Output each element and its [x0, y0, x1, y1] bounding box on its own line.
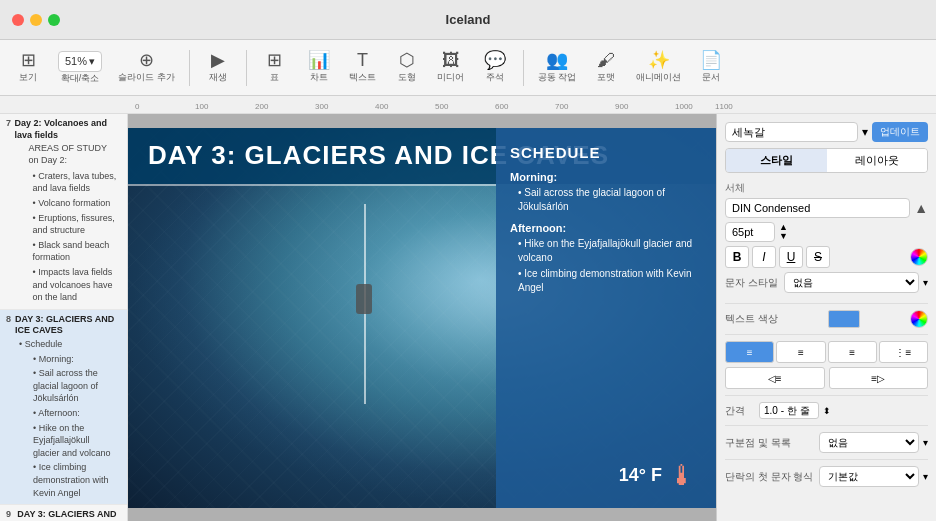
chart-icon: 📊 — [308, 51, 330, 69]
sidebar-item-8[interactable]: 8 DAY 3: GLACIERS AND ICE CAVES Schedule… — [0, 310, 127, 506]
first-char-select[interactable]: 기본값 — [819, 466, 919, 487]
text-color-swatch[interactable] — [828, 310, 860, 328]
format-label: 포맷 — [597, 71, 615, 84]
temperature-text: 14° F — [619, 465, 662, 486]
view-tool[interactable]: ⊞ 보기 — [8, 49, 48, 86]
item-7-num: 7 — [6, 118, 12, 128]
right-panel: 세녹갈 ▾ 업데이트 스타일 레이아웃 서체 ▲ ▲ ▼ — [716, 114, 936, 521]
animate-label: 애니메이션 — [636, 71, 681, 84]
font-name-arrow-up[interactable]: ▲ — [914, 200, 928, 216]
spacing-stepper[interactable]: ⬍ — [823, 406, 831, 416]
maximize-button[interactable] — [48, 14, 60, 26]
sidebar-item-9[interactable]: 9 DAY 3: GLACIERS AND ICE CAVES AREAS OF… — [0, 505, 127, 521]
text-color-picker[interactable] — [910, 248, 928, 266]
first-char-dropdown-arrow[interactable]: ▾ — [923, 471, 928, 482]
item-8-sub-6: Ice climbing demonstration with Kevin An… — [15, 460, 121, 500]
font-family-select[interactable]: 세녹갈 — [725, 122, 858, 142]
shape-label: 도형 — [398, 71, 416, 84]
font-size-input[interactable] — [725, 222, 775, 242]
format-tool[interactable]: 🖌 포맷 — [586, 49, 626, 86]
italic-button[interactable]: I — [752, 246, 776, 268]
window-title: Iceland — [446, 12, 491, 27]
list-dropdown-arrow[interactable]: ▾ — [923, 437, 928, 448]
font-name-row: ▲ — [725, 198, 928, 218]
zoom-value[interactable]: 51% ▾ — [58, 51, 102, 72]
underline-button[interactable]: U — [779, 246, 803, 268]
comment-tool[interactable]: 💬 주석 — [475, 49, 515, 86]
font-size-down[interactable]: ▼ — [779, 232, 788, 241]
item-7-sub-4: Black sand beach formation — [15, 238, 121, 265]
window-controls[interactable] — [12, 14, 60, 26]
zoom-label: 확대/축소 — [61, 72, 100, 85]
canvas-area[interactable]: DAY 3: GLACIERS AND ICE CAVES SCHEDULE M… — [128, 114, 716, 521]
schedule-title: SCHEDULE — [510, 144, 702, 161]
doc-tool[interactable]: 📄 문서 — [691, 49, 731, 86]
comment-icon: 💬 — [484, 51, 506, 69]
font-size-stepper[interactable]: ▲ ▼ — [779, 223, 788, 241]
format-buttons-row: B I U S — [725, 246, 928, 268]
tab-style[interactable]: 스타일 — [726, 149, 827, 172]
play-tool[interactable]: ▶ 재생 — [198, 49, 238, 86]
font-section: 서체 ▲ ▲ ▼ B I U S 문자 스타일 — [725, 181, 928, 293]
first-char-row: 단락의 첫 문자 형식 기본값 ▾ — [725, 466, 928, 487]
item-7-sub-5: Impacts lava fields and volcanoes have o… — [15, 265, 121, 305]
chart-tool[interactable]: 📊 차트 — [299, 49, 339, 86]
align-center-button[interactable]: ≡ — [776, 341, 825, 363]
collab-tool[interactable]: 👥 공동 작업 — [532, 49, 583, 86]
ruler: 0 100 200 300 400 500 600 700 900 1000 1… — [0, 96, 936, 114]
item-7-subtitle: AREAS OF STUDY on Day 2: — [15, 141, 121, 168]
sidebar-item-7[interactable]: 7 Day 2: Volcanoes and lava fields AREAS… — [0, 114, 127, 310]
media-tool[interactable]: 🖼 미디어 — [431, 49, 471, 86]
spacing-input[interactable] — [759, 402, 819, 419]
color-wheel[interactable] — [910, 310, 928, 328]
update-button[interactable]: 업데이트 — [872, 122, 928, 142]
font-section-label: 서체 — [725, 181, 928, 195]
tab-layout[interactable]: 레이아웃 — [827, 149, 928, 172]
close-button[interactable] — [12, 14, 24, 26]
style-layout-tabs[interactable]: 스타일 레이아웃 — [725, 148, 928, 173]
align-row: ≡ ≡ ≡ ⋮≡ — [725, 341, 928, 363]
indent-decrease-button[interactable]: ◁≡ — [725, 367, 825, 389]
char-style-label: 문자 스타일 — [725, 276, 780, 290]
text-color-row: 텍스트 색상 — [725, 310, 928, 328]
align-right-button[interactable]: ≡ — [828, 341, 877, 363]
text-icon: T — [357, 51, 368, 69]
separator-3 — [523, 50, 524, 86]
font-dropdown-arrow[interactable]: ▾ — [862, 125, 868, 139]
char-style-select[interactable]: 없음 — [784, 272, 919, 293]
slide-add-icon: ⊕ — [139, 51, 154, 69]
list-select[interactable]: 없음 — [819, 432, 919, 453]
text-tool[interactable]: T 텍스트 — [343, 49, 383, 86]
item-7-sub-2: Volcano formation — [15, 196, 121, 211]
item-8-num: 8 — [6, 314, 12, 324]
item-8-title: DAY 3: GLACIERS AND ICE CAVES — [15, 314, 121, 337]
item-8-sub-4: Afternoon: — [15, 406, 121, 421]
main-toolbar: ⊞ 보기 51% ▾ 확대/축소 ⊕ 슬라이드 추가 ▶ 재생 ⊞ 표 📊 차트… — [0, 40, 936, 96]
list-label: 구분점 및 목록 — [725, 436, 815, 450]
item-9-title: DAY 3: GLACIERS AND ICE CAVES — [17, 509, 121, 521]
strikethrough-button[interactable]: S — [806, 246, 830, 268]
align-justify-button[interactable]: ⋮≡ — [879, 341, 928, 363]
item-8-sub-5: Hike on the Eyjafjallajökull glacier and… — [15, 421, 121, 461]
spacing-row: 간격 ⬍ — [725, 402, 928, 419]
content-area: 7 Day 2: Volcanoes and lava fields AREAS… — [0, 114, 936, 521]
minimize-button[interactable] — [30, 14, 42, 26]
slide[interactable]: DAY 3: GLACIERS AND ICE CAVES SCHEDULE M… — [128, 128, 716, 508]
item-7-sub-1: Craters, lava tubes, and lava fields — [15, 169, 121, 196]
separator-2 — [246, 50, 247, 86]
zoom-tool[interactable]: 51% ▾ 확대/축소 — [52, 49, 108, 87]
text-color-label: 텍스트 색상 — [725, 312, 778, 326]
bold-button[interactable]: B — [725, 246, 749, 268]
animate-tool[interactable]: ✨ 애니메이션 — [630, 49, 687, 86]
font-name-input[interactable] — [725, 198, 910, 218]
char-style-arrow[interactable]: ▾ — [923, 277, 928, 288]
align-left-button[interactable]: ≡ — [725, 341, 774, 363]
media-label: 미디어 — [437, 71, 464, 84]
slide-add-tool[interactable]: ⊕ 슬라이드 추가 — [112, 49, 181, 86]
climber-figure — [334, 204, 394, 404]
item-7-title: Day 2: Volcanoes and lava fields — [15, 118, 121, 141]
table-tool[interactable]: ⊞ 표 — [255, 49, 295, 86]
view-icon: ⊞ — [21, 51, 36, 69]
shape-tool[interactable]: ⬡ 도형 — [387, 49, 427, 86]
indent-increase-button[interactable]: ≡▷ — [829, 367, 929, 389]
